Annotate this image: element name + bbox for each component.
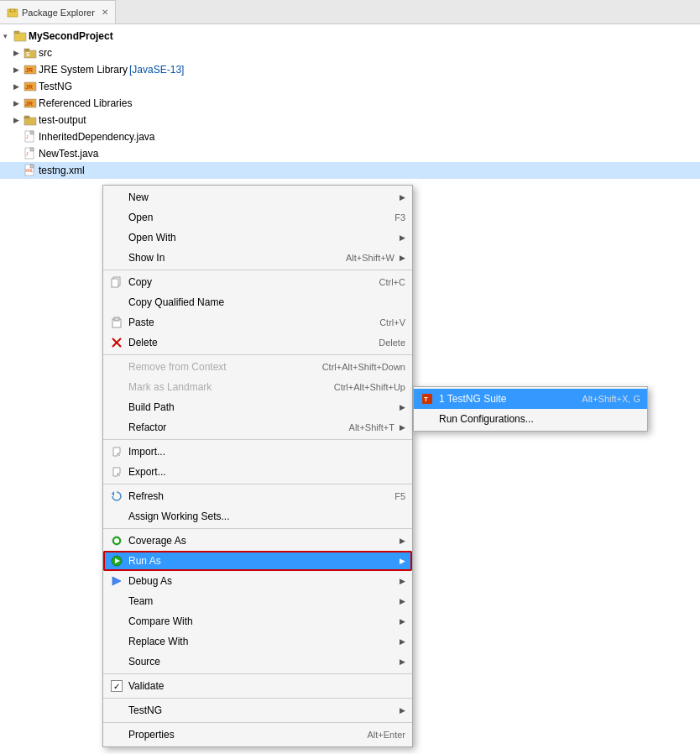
refresh-shortcut: F5 <box>394 491 405 501</box>
tree-item-ref-lib[interactable]: ▶ JR Referenced Libraries <box>0 95 700 112</box>
menu-item-remove-context[interactable]: Remove from Context Ctrl+Alt+Shift+Down <box>103 357 412 377</box>
menu-item-replace-with[interactable]: Replace With ▶ <box>103 631 412 652</box>
java-file-icon2: J <box>24 147 37 160</box>
export-icon <box>110 465 123 479</box>
menu-item-validate[interactable]: ✓ Validate <box>103 676 412 696</box>
tree-item-testng-xml[interactable]: ▶ XML testng.xml <box>0 162 700 179</box>
tree-item-testng-lib[interactable]: ▶ JR TestNG <box>0 78 700 95</box>
delete-shortcut: Delete <box>379 338 405 348</box>
ref-lib-icon: JR <box>24 97 37 110</box>
menu-item-delete[interactable]: Delete Delete <box>103 332 412 353</box>
svg-text:JR: JR <box>25 84 33 90</box>
landmark-icon <box>110 380 123 394</box>
tree-item-jre[interactable]: ▶ JR JRE System Library [JavaSE-13] <box>0 61 700 78</box>
menu-item-copy[interactable]: Copy Ctrl+C <box>103 272 412 292</box>
tree-item-test-output[interactable]: ▶ test-output <box>0 112 700 128</box>
validate-icon: ✓ <box>110 679 123 693</box>
submenu-item-run-configs[interactable]: Run Configurations... <box>414 409 647 429</box>
sep2 <box>103 354 412 355</box>
refresh-icon <box>110 490 123 503</box>
menu-item-coverage-as[interactable]: Coverage As ▶ <box>103 531 412 551</box>
test-output-label: test-output <box>39 114 86 126</box>
menu-item-run-as[interactable]: Run As ▶ <box>103 551 412 571</box>
mark-landmark-label: Mark as Landmark <box>128 381 329 393</box>
package-explorer: Package Explorer ✕ ▾ MySecondProject ▶ S… <box>0 0 700 754</box>
coverage-as-arrow: ▶ <box>400 537 405 545</box>
jre-icon: JR <box>24 63 37 76</box>
compare-with-label: Compare With <box>128 615 394 627</box>
menu-item-open[interactable]: Open F3 <box>103 207 412 228</box>
menu-item-new[interactable]: New ▶ <box>103 187 412 207</box>
tree-item-newtest[interactable]: ▶ J NewTest.java <box>0 145 700 162</box>
menu-item-testng-menu[interactable]: TestNG ▶ <box>103 700 412 720</box>
coverage-icon <box>110 534 123 547</box>
open-icon <box>110 211 123 224</box>
tree-area: ▾ MySecondProject ▶ S src ▶ JR JRE <box>0 24 700 182</box>
menu-item-build-path[interactable]: Build Path ▶ <box>103 397 412 417</box>
tab-bar: Package Explorer ✕ <box>0 0 700 24</box>
menu-item-open-with[interactable]: Open With ▶ <box>103 228 412 248</box>
menu-item-copy-qualified[interactable]: Copy Qualified Name <box>103 292 412 312</box>
tree-item-inherited[interactable]: ▶ J InheritedDependency.java <box>0 128 700 145</box>
svg-text:S: S <box>26 51 30 57</box>
menu-item-refresh[interactable]: Refresh F5 <box>103 486 412 506</box>
project-icon <box>13 29 27 43</box>
svg-rect-26 <box>112 279 118 287</box>
menu-item-team[interactable]: Team ▶ <box>103 591 412 611</box>
tree-item-src[interactable]: ▶ S src <box>0 45 700 61</box>
import-label: Import... <box>128 446 405 458</box>
assign-working-sets-label: Assign Working Sets... <box>128 511 405 522</box>
project-label: MySecondProject <box>29 30 113 42</box>
compare-icon <box>110 615 123 628</box>
menu-item-import[interactable]: Import... <box>103 442 412 462</box>
sep4 <box>103 484 412 484</box>
menu-item-paste[interactable]: Paste Ctrl+V <box>103 312 412 332</box>
remove-ctx-icon <box>110 360 123 374</box>
project-arrow: ▾ <box>3 32 12 40</box>
copy-label: Copy <box>128 276 374 288</box>
run-icon <box>110 554 123 568</box>
svg-rect-20 <box>30 148 34 151</box>
testng-lib-label: TestNG <box>39 81 72 92</box>
validate-checkbox: ✓ <box>111 680 123 692</box>
replace-with-label: Replace With <box>128 636 394 647</box>
show-in-icon <box>110 251 123 264</box>
testng-arrow: ▶ <box>13 82 22 91</box>
menu-item-mark-landmark[interactable]: Mark as Landmark Ctrl+Alt+Shift+Up <box>103 377 412 397</box>
tab-title: Package Explorer <box>22 8 95 18</box>
menu-item-export[interactable]: Export... <box>103 462 412 482</box>
menu-item-properties[interactable]: Properties Alt+Enter <box>103 725 412 745</box>
tree-item-project[interactable]: ▾ MySecondProject <box>0 28 700 45</box>
testng-menu-arrow: ▶ <box>400 706 405 715</box>
svg-text:XML: XML <box>25 169 34 173</box>
menu-item-refactor[interactable]: Refactor Alt+Shift+T ▶ <box>103 417 412 437</box>
source-arrow: ▶ <box>400 657 405 666</box>
paste-label: Paste <box>128 317 374 328</box>
refactor-label: Refactor <box>128 422 344 433</box>
menu-item-source[interactable]: Source ▶ <box>103 652 412 672</box>
copy-icon <box>110 275 123 289</box>
team-icon <box>110 594 123 608</box>
tab-close-icon[interactable]: ✕ <box>102 8 108 17</box>
menu-item-compare-with[interactable]: Compare With ▶ <box>103 611 412 631</box>
open-with-label: Open With <box>128 232 394 243</box>
build-path-icon <box>110 401 123 414</box>
menu-item-show-in[interactable]: Show In Alt+Shift+W ▶ <box>103 248 412 268</box>
open-with-icon <box>110 231 123 244</box>
svg-rect-4 <box>14 31 19 34</box>
debug-icon <box>110 574 123 588</box>
menu-item-debug-as[interactable]: Debug As ▶ <box>103 571 412 591</box>
svg-rect-28 <box>114 317 119 321</box>
run-as-arrow: ▶ <box>400 557 405 565</box>
source-icon <box>110 655 123 668</box>
menu-item-assign-working-sets[interactable]: Assign Working Sets... <box>103 506 412 526</box>
replace-with-arrow: ▶ <box>400 637 405 646</box>
run-as-submenu: T 1 TestNG Suite Alt+Shift+X, G Run Conf… <box>413 386 648 432</box>
submenu-item-testng-suite[interactable]: T 1 TestNG Suite Alt+Shift+X, G <box>414 389 647 409</box>
compare-with-arrow: ▶ <box>400 617 405 626</box>
copy-qual-icon <box>110 296 123 309</box>
package-explorer-tab[interactable]: Package Explorer ✕ <box>0 0 116 24</box>
src-arrow: ▶ <box>13 49 22 57</box>
export-label: Export... <box>128 466 405 478</box>
sep8 <box>103 722 412 723</box>
